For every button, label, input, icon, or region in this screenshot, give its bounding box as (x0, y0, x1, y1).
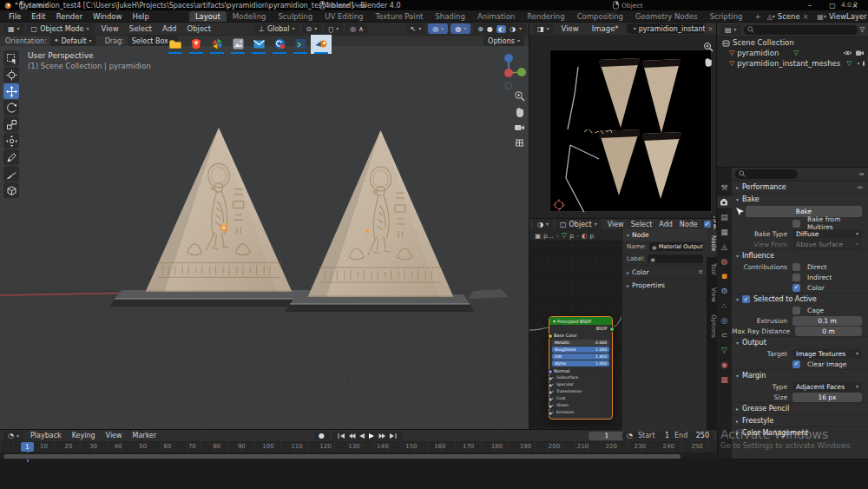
auto-keying-record-button[interactable]: ● (314, 432, 329, 440)
select-box-tool[interactable] (3, 50, 19, 66)
taskbar-app-brave[interactable] (186, 35, 207, 54)
taskbar-app-pinwheel[interactable] (207, 35, 227, 54)
material-shading-button[interactable]: ◐ (496, 25, 506, 33)
move-tool[interactable] (3, 83, 19, 99)
node-name-field[interactable]: ▣Material Output (649, 242, 703, 251)
editor-type-button[interactable]: ▦▾ (3, 23, 24, 34)
add-cube-tool[interactable] (3, 182, 19, 198)
bake-type-dropdown[interactable]: Diffuse▾ (792, 229, 862, 239)
zoom-icon[interactable] (514, 90, 525, 102)
pan-hand-icon[interactable] (514, 106, 525, 117)
principled-bsdf-node[interactable]: ▾Principled BSDF BSDF Base Color Metalli… (549, 316, 613, 420)
node-slider[interactable]: Metallic 0.000 (552, 340, 609, 346)
properties-panel-row[interactable]: ▸Properties (622, 278, 707, 291)
timeline[interactable]: ◔▾ PlaybackKeyingViewMarker ● 1 ◔ Start1… (0, 430, 717, 459)
cage-checkbox[interactable] (792, 307, 800, 314)
timeline-menu-item[interactable]: View (101, 432, 128, 439)
sidebar-tab[interactable]: Options (707, 308, 717, 344)
viewport-menu-item[interactable]: Add (157, 24, 181, 33)
viewport-menu-item[interactable]: View (96, 24, 124, 33)
indirect-checkbox[interactable] (792, 274, 800, 281)
filter-icon[interactable]: ≡ (858, 170, 865, 178)
viewlayer-selector[interactable]: ViewLayer (826, 12, 868, 21)
viewport-menu-item[interactable]: Select (124, 24, 157, 33)
panel-output[interactable]: ▾Output (732, 336, 868, 348)
topbar-menu-item[interactable]: File (3, 12, 26, 21)
rendered-shading-button[interactable]: ◑ (510, 25, 516, 33)
properties-tab-material[interactable]: ◉ (718, 359, 732, 371)
image-menu[interactable]: Image* (587, 24, 624, 33)
outliner-row-scene-collection[interactable]: Scene Collection (717, 37, 868, 48)
minimize-button[interactable]: – (800, 2, 819, 10)
topbar-menu-item[interactable]: Help (127, 12, 154, 21)
playhead-badge[interactable]: 1 (21, 442, 34, 452)
breadcrumb-object[interactable]: p... (543, 232, 554, 240)
scale-tool[interactable] (3, 116, 19, 132)
navigation-gizmo[interactable] (491, 50, 526, 90)
timeline-menu-item[interactable]: Keying (67, 432, 101, 439)
workspace-tab[interactable]: Scripting (704, 11, 749, 22)
unlink-image-icon[interactable]: × (707, 25, 713, 33)
node-collapsed-row[interactable]: ▸Coat (549, 395, 612, 402)
margin-size-field[interactable]: 16 px (792, 393, 862, 402)
shader-menu-item[interactable]: View (604, 221, 628, 228)
timeline-menu-item[interactable]: Marker (128, 432, 162, 439)
scene-selector[interactable]: Scene (775, 12, 803, 21)
scrollbar-thumb[interactable] (3, 454, 681, 459)
breadcrumb-mesh[interactable]: p (569, 232, 574, 240)
zoom-icon[interactable] (703, 42, 713, 52)
workspace-tab[interactable]: Layout (189, 11, 227, 22)
outliner-row-pyramidion-instant-meshes[interactable]: ▽ pyramidion_instant_meshes ▽ (717, 58, 868, 69)
topbar-menu-item[interactable]: Window (88, 12, 128, 21)
node-collapsed-row[interactable]: ▸Specular (549, 381, 612, 388)
workspace-tab[interactable]: Modeling (227, 11, 273, 22)
collapsed-panel[interactable]: ▸Freestyle (732, 414, 868, 426)
pyramidion-right[interactable] (308, 130, 454, 297)
properties-tab-object[interactable]: ■ (718, 270, 732, 282)
properties-tab-particles[interactable]: ∴ (718, 300, 732, 312)
annotate-tool[interactable] (3, 149, 19, 165)
properties-tab-viewlayer[interactable]: ▦ (718, 226, 732, 238)
camera-view-icon[interactable] (514, 122, 525, 133)
target-dropdown[interactable]: Image Textures▾ (792, 349, 862, 359)
sidebar-tab[interactable]: View (707, 281, 717, 308)
shader-menu-item[interactable]: Node (676, 221, 701, 228)
node-header[interactable]: ▾Principled BSDF (549, 317, 612, 325)
outliner[interactable]: ▤▾ ∇ Scene Collection ▽ pyramidion ▽ ▽ p… (717, 23, 868, 168)
taskbar-app-photos[interactable] (227, 35, 248, 54)
properties-tab-scene[interactable]: ◬ (718, 241, 732, 253)
panel-bake[interactable]: ▾Bake (732, 193, 868, 205)
viewport-menu-item[interactable]: Object (181, 24, 216, 33)
snap-toggle[interactable]: Ω▾ (324, 23, 343, 34)
workspace-tab[interactable]: Shading (429, 11, 471, 22)
object-label[interactable]: pyramidion (737, 49, 779, 57)
perspective-toggle-icon[interactable] (514, 137, 525, 149)
outliner-search-input[interactable] (744, 25, 858, 35)
image-editor[interactable]: ◨▾ View Image* ▾ pyramidion_instant_mesh… (529, 23, 717, 219)
3d-viewport[interactable]: ▦▾ ▢ Object Mode▾ ViewSelectAddObject ⊥ … (0, 23, 529, 430)
breadcrumb-material[interactable]: p (589, 232, 594, 240)
outliner-row-pyramidion[interactable]: ▽ pyramidion ▽ (717, 48, 868, 58)
collection-label[interactable]: Scene Collection (733, 38, 794, 47)
properties-tab-modifiers[interactable]: ⚙ (718, 285, 732, 297)
transform-tool[interactable] (3, 133, 19, 149)
wireframe-shading-button[interactable]: ⊕ (477, 25, 483, 33)
node-panel-header[interactable]: ▾Node (622, 229, 707, 241)
pan-hand-icon[interactable] (703, 56, 713, 67)
transform-orientation-selector[interactable]: ⊥ Global▾ (254, 23, 299, 34)
start-frame-field[interactable]: Start1 (634, 432, 674, 440)
xray-toggle[interactable]: ◍▾ (450, 23, 470, 34)
current-frame-field[interactable]: 1 (589, 432, 625, 440)
topbar-menu-item[interactable]: Render (51, 12, 88, 21)
node-slider[interactable]: IOR 1.450 (552, 354, 609, 360)
cursor-tool[interactable] (3, 67, 19, 83)
properties-tab-world[interactable]: ◍ (718, 255, 732, 268)
measure-tool[interactable] (3, 166, 19, 182)
proportional-edit-toggle[interactable]: ◎ ∧ (345, 23, 367, 34)
sidebar-tab[interactable]: Node (707, 229, 717, 257)
viewport-scene[interactable] (0, 45, 529, 430)
properties-search-input[interactable] (735, 169, 798, 179)
panel-margin[interactable]: ▾Margin (732, 369, 868, 381)
solid-shading-button[interactable]: ● (487, 25, 493, 33)
hide-eye-icon[interactable] (857, 60, 859, 67)
